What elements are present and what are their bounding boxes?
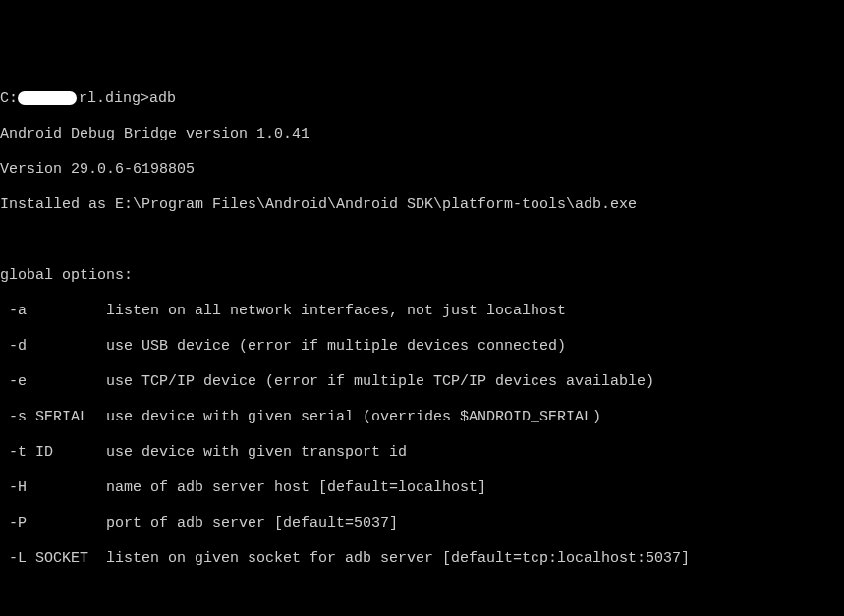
prompt-line: C:rl.ding>adb xyxy=(0,90,844,108)
option-t: -t ID use device with given transport id xyxy=(0,444,844,462)
option-p: -P port of adb server [default=5037] xyxy=(0,515,844,532)
prompt-drive: C: xyxy=(0,90,18,107)
redacted-path xyxy=(18,91,77,105)
option-l: -L SOCKET listen on given socket for adb… xyxy=(0,550,844,568)
option-e: -e use TCP/IP device (error if multiple … xyxy=(0,373,844,391)
option-h: -H name of adb server host [default=loca… xyxy=(0,479,844,497)
installed-path: Installed as E:\Program Files\Android\An… xyxy=(0,196,844,214)
option-a: -a listen on all network interfaces, not… xyxy=(0,303,844,320)
blank-line xyxy=(0,232,844,250)
version-line-1: Android Debug Bridge version 1.0.41 xyxy=(0,126,844,143)
blank-line xyxy=(0,586,844,603)
global-options-title: global options: xyxy=(0,267,844,285)
version-line-2: Version 29.0.6-6198805 xyxy=(0,161,844,179)
prompt-command: rl.ding>adb xyxy=(79,90,176,107)
terminal-output: C:rl.ding>adb Android Debug Bridge versi… xyxy=(0,73,844,616)
option-s: -s SERIAL use device with given serial (… xyxy=(0,409,844,426)
option-d: -d use USB device (error if multiple dev… xyxy=(0,338,844,356)
